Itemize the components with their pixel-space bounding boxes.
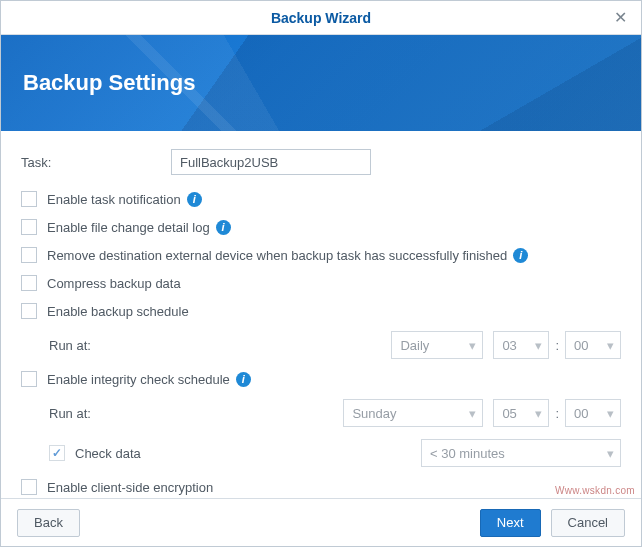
schedule-label: Enable backup schedule [47, 304, 189, 319]
integrity-min-value: 00 [574, 406, 588, 421]
info-icon[interactable]: i [513, 248, 528, 263]
titlebar: Backup Wizard ✕ [1, 1, 641, 35]
checkdata-duration-select[interactable]: < 30 minutes ▾ [421, 439, 621, 467]
checkdata-duration-value: < 30 minutes [430, 446, 505, 461]
compress-checkbox[interactable] [21, 275, 37, 291]
enable-filechange-checkbox[interactable] [21, 219, 37, 235]
checkdata-checkbox[interactable] [49, 445, 65, 461]
chevron-down-icon: ▾ [469, 406, 476, 421]
chevron-down-icon: ▾ [535, 338, 542, 353]
encryption-label: Enable client-side encryption [47, 480, 213, 495]
schedule-checkbox[interactable] [21, 303, 37, 319]
checkdata-label: Check data [75, 446, 141, 461]
integrity-runat-label: Run at: [49, 406, 169, 421]
schedule-runat-label: Run at: [49, 338, 169, 353]
compress-label: Compress backup data [47, 276, 181, 291]
colon-sep: : [555, 406, 559, 421]
integrity-min-select[interactable]: 00 ▾ [565, 399, 621, 427]
remove-device-label: Remove destination external device when … [47, 248, 507, 263]
integrity-label: Enable integrity check schedule [47, 372, 230, 387]
cancel-button[interactable]: Cancel [551, 509, 625, 537]
enable-notification-checkbox[interactable] [21, 191, 37, 207]
integrity-checkbox[interactable] [21, 371, 37, 387]
chevron-down-icon: ▾ [469, 338, 476, 353]
info-icon[interactable]: i [236, 372, 251, 387]
schedule-hour-select[interactable]: 03 ▾ [493, 331, 549, 359]
chevron-down-icon: ▾ [607, 406, 614, 421]
integrity-hour-select[interactable]: 05 ▾ [493, 399, 549, 427]
schedule-period-value: Daily [400, 338, 429, 353]
backup-wizard-window: Backup Wizard ✕ Backup Settings Task: En… [0, 0, 642, 547]
task-label: Task: [21, 155, 171, 170]
schedule-hour-value: 03 [502, 338, 516, 353]
chevron-down-icon: ▾ [607, 446, 614, 461]
page-title: Backup Settings [23, 70, 195, 96]
enable-notification-label: Enable task notification [47, 192, 181, 207]
chevron-down-icon: ▾ [535, 406, 542, 421]
colon-sep: : [555, 338, 559, 353]
chevron-down-icon: ▾ [607, 338, 614, 353]
info-icon[interactable]: i [216, 220, 231, 235]
window-title: Backup Wizard [31, 10, 611, 26]
schedule-min-value: 00 [574, 338, 588, 353]
info-icon[interactable]: i [187, 192, 202, 207]
footer: Back Next Cancel [1, 498, 641, 546]
schedule-period-select[interactable]: Daily ▾ [391, 331, 483, 359]
close-icon[interactable]: ✕ [611, 9, 629, 27]
content: Task: Enable task notification i Enable … [1, 131, 641, 522]
enable-filechange-label: Enable file change detail log [47, 220, 210, 235]
back-button[interactable]: Back [17, 509, 80, 537]
integrity-period-select[interactable]: Sunday ▾ [343, 399, 483, 427]
integrity-period-value: Sunday [352, 406, 396, 421]
banner: Backup Settings [1, 35, 641, 131]
schedule-min-select[interactable]: 00 ▾ [565, 331, 621, 359]
next-button[interactable]: Next [480, 509, 541, 537]
task-input[interactable] [171, 149, 371, 175]
integrity-hour-value: 05 [502, 406, 516, 421]
encryption-checkbox[interactable] [21, 479, 37, 495]
remove-device-checkbox[interactable] [21, 247, 37, 263]
